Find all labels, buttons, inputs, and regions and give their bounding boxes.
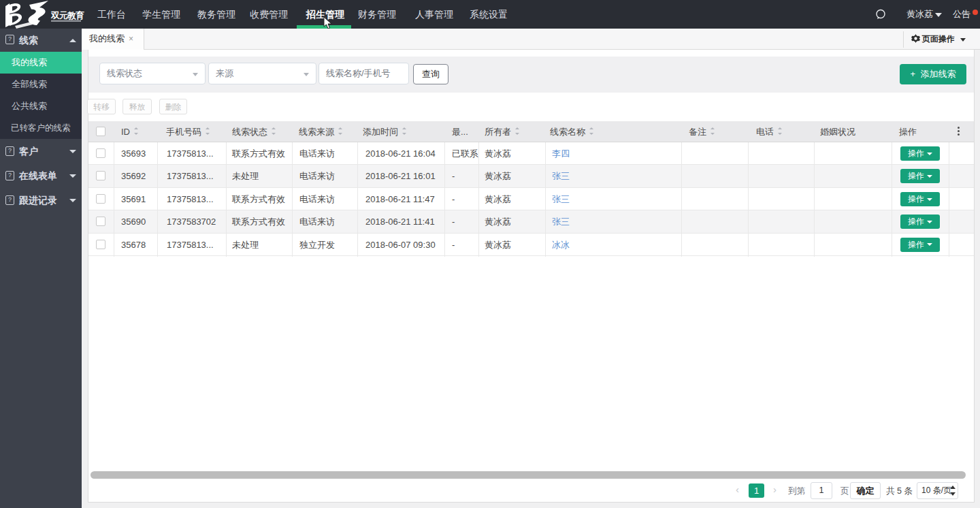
svg-text:双元教育: 双元教育 xyxy=(50,10,84,20)
